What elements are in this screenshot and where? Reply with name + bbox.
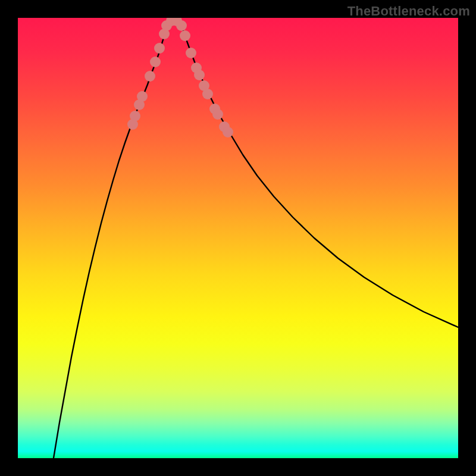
marker-dot — [186, 48, 196, 58]
watermark-text: TheBottleneck.com — [347, 4, 470, 19]
marker-dots — [127, 18, 233, 137]
bottleneck-curve-path — [54, 20, 458, 458]
marker-dot — [145, 71, 155, 82]
marker-dot — [130, 111, 140, 121]
marker-dot — [194, 70, 205, 80]
marker-dot — [154, 43, 165, 54]
bottleneck-curve — [54, 20, 458, 458]
marker-dot — [223, 127, 233, 137]
chart-frame: TheBottleneck.com — [0, 0, 476, 476]
marker-dot — [212, 109, 223, 120]
plot-area — [18, 18, 458, 458]
marker-dot — [137, 91, 148, 102]
marker-dot — [202, 89, 213, 99]
marker-dot — [180, 30, 190, 41]
marker-dot — [176, 20, 187, 31]
curve-svg — [18, 18, 458, 458]
marker-dot — [150, 57, 161, 67]
